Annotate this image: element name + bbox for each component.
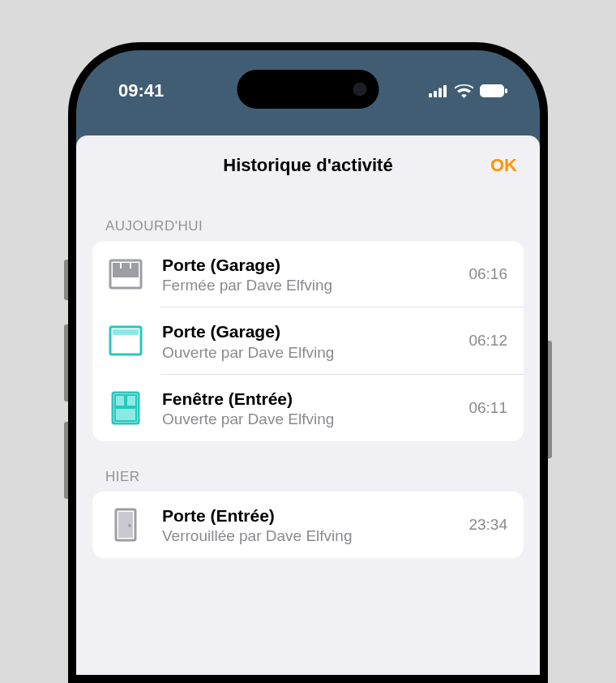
row-time: 23:34 xyxy=(468,516,507,534)
phone-frame: 09:41 Historique d'activité OK AUJOURD'H… xyxy=(68,42,548,683)
status-time: 09:41 xyxy=(118,80,164,101)
row-subtitle: Fermée par Dave Elfving xyxy=(162,277,459,294)
svg-rect-15 xyxy=(126,395,136,406)
svg-rect-4 xyxy=(480,84,504,97)
phone-side-button xyxy=(548,341,552,458)
activity-row[interactable]: Porte (Garage) Ouverte par Dave Elfving … xyxy=(92,307,524,374)
row-content: Porte (Garage) Ouverte par Dave Elfving xyxy=(162,320,459,361)
activity-row[interactable]: Porte (Entrée) Verrouillée par Dave Elfv… xyxy=(92,492,524,558)
row-content: Porte (Entrée) Verrouillée par Dave Elfv… xyxy=(162,505,459,545)
row-time: 06:12 xyxy=(468,332,507,350)
section-header-today: AUJOURD'HUI xyxy=(76,191,540,241)
row-content: Porte (Garage) Fermée par Dave Elfving xyxy=(162,254,459,294)
row-title: Porte (Garage) xyxy=(162,254,459,276)
garage-open-icon xyxy=(109,324,143,358)
svg-rect-1 xyxy=(434,91,437,97)
row-time: 06:16 xyxy=(468,265,507,283)
activity-card-yesterday: Porte (Entrée) Verrouillée par Dave Elfv… xyxy=(92,492,524,558)
cellular-icon xyxy=(429,85,448,97)
row-subtitle: Ouverte par Dave Elfving xyxy=(162,410,459,428)
svg-rect-3 xyxy=(443,85,447,97)
svg-rect-2 xyxy=(438,88,442,97)
dynamic-island xyxy=(237,70,379,109)
activity-row[interactable]: Fenêtre (Entrée) Ouverte par Dave Elfvin… xyxy=(92,375,524,441)
svg-rect-5 xyxy=(505,88,507,93)
window-open-icon xyxy=(109,391,143,425)
svg-rect-0 xyxy=(429,93,432,97)
svg-point-19 xyxy=(128,524,131,527)
row-content: Fenêtre (Entrée) Ouverte par Dave Elfvin… xyxy=(162,388,459,428)
frame-background: 09:41 Historique d'activité OK AUJOURD'H… xyxy=(0,0,616,683)
row-title: Porte (Garage) xyxy=(162,320,459,342)
page-title: Historique d'activité xyxy=(223,155,392,176)
activity-card-today: Porte (Garage) Fermée par Dave Elfving 0… xyxy=(92,241,524,441)
row-title: Porte (Entrée) xyxy=(162,505,459,526)
svg-rect-12 xyxy=(113,329,139,335)
status-icons xyxy=(429,84,507,98)
garage-closed-icon xyxy=(109,257,143,291)
row-subtitle: Ouverte par Dave Elfving xyxy=(162,344,459,362)
phone-screen: 09:41 Historique d'activité OK AUJOURD'H… xyxy=(76,50,540,675)
svg-rect-8 xyxy=(113,263,139,277)
battery-icon xyxy=(480,84,507,97)
svg-rect-16 xyxy=(115,408,136,421)
door-closed-icon xyxy=(109,508,143,542)
wifi-icon xyxy=(455,84,473,98)
activity-row[interactable]: Porte (Garage) Fermée par Dave Elfving 0… xyxy=(92,241,524,307)
app-content: Historique d'activité OK AUJOURD'HUI Por… xyxy=(76,135,540,675)
row-time: 06:11 xyxy=(468,399,507,417)
done-button[interactable]: OK xyxy=(490,155,517,176)
svg-rect-14 xyxy=(115,395,125,406)
row-subtitle: Verrouillée par Dave Elfving xyxy=(162,527,459,545)
section-header-yesterday: HIER xyxy=(76,441,540,492)
sheet-header: Historique d'activité OK xyxy=(76,135,540,191)
row-title: Fenêtre (Entrée) xyxy=(162,388,459,410)
